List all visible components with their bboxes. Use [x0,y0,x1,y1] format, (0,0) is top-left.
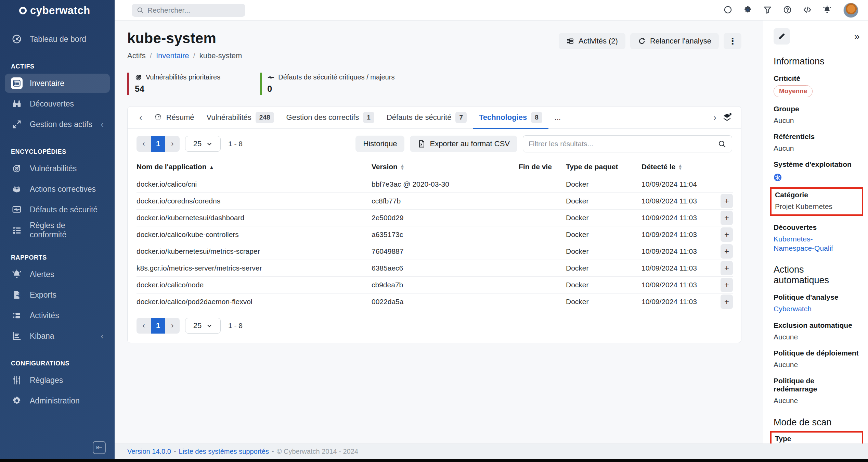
sidebar-item-exports[interactable]: Exports [5,285,110,304]
relaunch-analysis-button[interactable]: Relancer l'analyse [630,33,719,49]
sidebar-item-regles-de-conformite[interactable]: Règles de conformité [5,221,110,240]
sidebar-item-label: Découvertes [30,99,74,109]
search-input[interactable] [147,6,241,14]
add-row-button[interactable]: + [721,227,733,242]
code-button[interactable] [800,3,815,18]
stat-label: Défauts de sécurité critiques / majeurs [278,73,394,81]
sidebar-item-label: Actions correctives [30,185,96,194]
cell-version: cc8fb77b [372,193,519,210]
add-row-button[interactable]: + [721,194,733,208]
binoculars-icon [11,98,23,110]
export-csv-button[interactable]: Exporter au format CSV [410,136,517,152]
stat-blocks: Vulnérabilités prioritaires54Défauts de … [127,73,741,95]
breadcrumb-actifs: Actifs [127,51,146,60]
add-row-button[interactable]: + [721,295,733,309]
sidebar-item-kibana[interactable]: Kibana‹ [5,326,110,346]
page-1-button[interactable]: 1 [151,136,165,152]
brand-name: cyberwatch [30,4,90,17]
breadcrumb-separator: / [193,51,195,60]
cell-detected: 10/09/2024 11:04 [642,176,710,193]
history-button[interactable]: Historique [355,136,404,152]
field-value-link[interactable]: Kubernetes-Namespace-Qualif [774,234,835,253]
page-prev-button[interactable]: ‹ [137,318,151,334]
filter-funnel-button[interactable] [760,3,775,18]
panel-collapse-button[interactable]: » [854,30,860,42]
sidebar-item-inventaire[interactable]: Inventaire [5,74,110,93]
breadcrumb-inventaire[interactable]: Inventaire [156,51,189,60]
column-header-version[interactable]: Version▲▼ [372,159,519,176]
tab-resume[interactable]: Résumé [148,107,200,128]
add-row-button[interactable]: + [721,261,733,275]
tab-[interactable]: ... [548,107,567,128]
sidebar-collapse-button[interactable]: ⇤ [93,441,106,454]
field-label: Exclusion automatique [774,321,860,329]
page-next-button[interactable]: › [165,318,180,334]
breadcrumb: Actifs/Inventaire/kube-system [127,51,242,60]
sidebar-item-alertes[interactable]: Alertes [5,265,110,284]
field-value-link[interactable]: Cyberwatch [774,304,835,313]
sidebar: cyberwatch Tableau de bordACTIFSInventai… [0,0,115,459]
page-size-select[interactable]: 25 [185,136,221,152]
chevron-down-icon [206,141,212,147]
gear-button[interactable] [740,3,755,18]
sidebar-item-label: Kibana [30,332,54,341]
chevron-right-icon: › [171,321,173,330]
add-row-button[interactable]: + [721,211,733,225]
column-header-detecte-le[interactable]: Détecté le▲▼ [642,159,710,176]
page-next-button[interactable]: › [165,136,180,152]
tab-technologies[interactable]: Technologies8 [473,107,548,128]
tabs-scroll-right-button[interactable]: › [711,112,719,123]
column-header-nom-de-l-application[interactable]: Nom de l'application▲ [137,159,372,176]
annotation-box-categorie: CatégorieProjet Kubernetes [770,187,863,216]
tab-label: Vulnérabilités [207,113,251,122]
plus-icon: + [724,280,729,289]
page-size-select[interactable]: 25 [185,318,221,334]
cell-package-type: Docker [566,243,642,260]
sidebar-item-tableau-de-bord[interactable]: Tableau de bord [5,29,110,49]
sidebar-item-gestion-des-actifs[interactable]: Gestion des actifs‹ [5,115,110,134]
cell-actions: + [710,260,733,277]
bell-button[interactable] [819,3,834,18]
status-circle-button[interactable] [720,3,735,18]
sidebar-item-vulnerabilites[interactable]: Vulnérabilités [5,159,110,178]
chevron-left-icon: ‹ [101,119,104,130]
target-icon [11,163,23,174]
chevron-down-icon [206,323,212,329]
column-header-fin-de-vie: Fin de vie [519,159,566,176]
help-button[interactable] [780,3,795,18]
sidebar-item-reglages[interactable]: Réglages [5,371,110,390]
add-row-button[interactable]: + [721,244,733,259]
edit-asset-button[interactable] [774,28,790,45]
tab-label: Résumé [166,113,194,122]
tab-vulnerabilites[interactable]: Vulnérabilités248 [200,107,280,128]
supported-systems-link[interactable]: Liste des systèmes supportés [179,448,269,455]
sidebar-item-defauts-de-securite[interactable]: Défauts de sécurité [5,200,110,219]
tabs-scroll-left-button[interactable]: ‹ [137,112,145,123]
layers-add-button[interactable] [722,112,732,123]
sidebar-item-decouvertes[interactable]: Découvertes [5,94,110,113]
collapse-left-icon: ⇤ [96,443,102,452]
user-avatar[interactable] [843,3,858,18]
sidebar-nav: Tableau de bordACTIFSInventaireDécouvert… [0,21,115,410]
tab-gestion-des-correctifs[interactable]: Gestion des correctifs1 [280,107,380,128]
more-actions-button[interactable]: ⋮ [724,33,741,49]
activities-button[interactable]: Activités (2) [559,33,625,49]
brand-logo[interactable]: cyberwatch [0,0,115,21]
column-label: Détecté le [642,163,675,171]
monitor-pulse-icon [11,204,23,215]
tab-defauts-de-securite[interactable]: Défauts de sécurité7 [380,107,473,128]
version-link[interactable]: Version 14.0.0 [127,448,171,455]
page-prev-button[interactable]: ‹ [137,136,151,152]
cell-eol [519,210,566,226]
cell-package-type: Docker [566,260,642,277]
sidebar-item-label: Règles de conformité [30,221,104,239]
page-1-button[interactable]: 1 [151,318,165,334]
filter-input[interactable] [529,140,718,148]
panel-heading-informations: Informations [774,56,860,67]
sidebar-item-actions-correctives[interactable]: Actions correctives [5,179,110,199]
add-row-button[interactable]: + [721,278,733,292]
field-value: Aucune [774,360,860,369]
result-range: 1 - 8 [228,140,243,148]
sidebar-item-activites[interactable]: Activités [5,306,110,325]
sidebar-item-administration[interactable]: Administration [5,391,110,410]
